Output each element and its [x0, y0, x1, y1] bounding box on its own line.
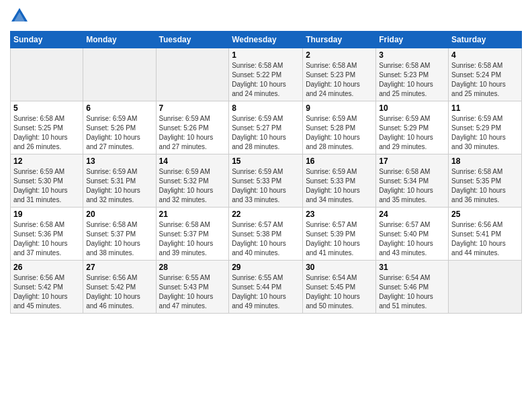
- day-number: 8: [232, 103, 300, 113]
- day-number: 22: [232, 210, 300, 219]
- calendar-cell: 21Sunrise: 6:58 AM Sunset: 5:37 PM Dayli…: [156, 208, 229, 261]
- day-number: 20: [86, 210, 152, 219]
- day-number: 25: [451, 210, 519, 219]
- day-number: 27: [86, 263, 152, 272]
- calendar-cell: 16Sunrise: 6:59 AM Sunset: 5:33 PM Dayli…: [303, 154, 376, 208]
- header-tuesday: Tuesday: [156, 32, 229, 48]
- calendar-week-3: 12Sunrise: 6:59 AM Sunset: 5:30 PM Dayli…: [11, 154, 522, 208]
- calendar-cell: 17Sunrise: 6:58 AM Sunset: 5:34 PM Dayli…: [376, 154, 449, 208]
- calendar-cell: 20Sunrise: 6:58 AM Sunset: 5:37 PM Dayli…: [83, 208, 156, 261]
- day-info: Sunrise: 6:57 AM Sunset: 5:40 PM Dayligh…: [379, 220, 445, 258]
- calendar-week-1: 1Sunrise: 6:58 AM Sunset: 5:22 PM Daylig…: [11, 48, 522, 101]
- calendar-cell: 7Sunrise: 6:59 AM Sunset: 5:26 PM Daylig…: [156, 101, 229, 154]
- day-info: Sunrise: 6:59 AM Sunset: 5:33 PM Dayligh…: [306, 167, 373, 205]
- calendar-body: 1Sunrise: 6:58 AM Sunset: 5:22 PM Daylig…: [11, 48, 522, 314]
- day-number: 30: [306, 263, 373, 272]
- calendar-week-4: 19Sunrise: 6:58 AM Sunset: 5:36 PM Dayli…: [11, 208, 522, 261]
- day-number: 17: [379, 156, 445, 166]
- day-info: Sunrise: 6:59 AM Sunset: 5:26 PM Dayligh…: [159, 114, 226, 152]
- header-wednesday: Wednesday: [229, 32, 303, 48]
- day-number: 1: [232, 50, 300, 60]
- day-info: Sunrise: 6:58 AM Sunset: 5:24 PM Dayligh…: [451, 61, 519, 99]
- day-number: 24: [379, 210, 445, 219]
- day-info: Sunrise: 6:56 AM Sunset: 5:41 PM Dayligh…: [451, 220, 519, 258]
- calendar-cell: [83, 48, 156, 101]
- calendar-cell: 25Sunrise: 6:56 AM Sunset: 5:41 PM Dayli…: [449, 208, 522, 261]
- day-number: 5: [13, 103, 80, 113]
- calendar-cell: 26Sunrise: 6:56 AM Sunset: 5:42 PM Dayli…: [11, 261, 83, 314]
- day-number: 18: [451, 156, 519, 166]
- day-number: 23: [306, 210, 373, 219]
- day-number: 11: [451, 103, 519, 113]
- calendar-cell: 1Sunrise: 6:58 AM Sunset: 5:22 PM Daylig…: [229, 48, 303, 101]
- header: [10, 7, 522, 26]
- calendar-cell: 4Sunrise: 6:58 AM Sunset: 5:24 PM Daylig…: [449, 48, 522, 101]
- header-sunday: Sunday: [11, 32, 83, 48]
- day-info: Sunrise: 6:57 AM Sunset: 5:39 PM Dayligh…: [306, 220, 373, 258]
- calendar-cell: 6Sunrise: 6:59 AM Sunset: 5:26 PM Daylig…: [83, 101, 156, 154]
- day-info: Sunrise: 6:58 AM Sunset: 5:25 PM Dayligh…: [13, 114, 80, 152]
- calendar-table: Sunday Monday Tuesday Wednesday Thursday…: [10, 31, 522, 314]
- day-info: Sunrise: 6:58 AM Sunset: 5:22 PM Dayligh…: [232, 61, 300, 99]
- day-number: 15: [232, 156, 300, 166]
- header-saturday: Saturday: [449, 32, 522, 48]
- header-monday: Monday: [83, 32, 156, 48]
- calendar-cell: 3Sunrise: 6:58 AM Sunset: 5:23 PM Daylig…: [376, 48, 449, 101]
- day-info: Sunrise: 6:58 AM Sunset: 5:23 PM Dayligh…: [306, 61, 373, 99]
- calendar-cell: 2Sunrise: 6:58 AM Sunset: 5:23 PM Daylig…: [303, 48, 376, 101]
- day-info: Sunrise: 6:57 AM Sunset: 5:38 PM Dayligh…: [232, 220, 300, 258]
- calendar-cell: 23Sunrise: 6:57 AM Sunset: 5:39 PM Dayli…: [303, 208, 376, 261]
- day-number: 14: [159, 156, 226, 166]
- day-info: Sunrise: 6:56 AM Sunset: 5:42 PM Dayligh…: [13, 273, 80, 311]
- day-info: Sunrise: 6:58 AM Sunset: 5:36 PM Dayligh…: [13, 220, 80, 258]
- calendar-cell: 22Sunrise: 6:57 AM Sunset: 5:38 PM Dayli…: [229, 208, 303, 261]
- calendar-cell: 13Sunrise: 6:59 AM Sunset: 5:31 PM Dayli…: [83, 154, 156, 208]
- calendar-cell: 10Sunrise: 6:59 AM Sunset: 5:29 PM Dayli…: [376, 101, 449, 154]
- calendar-cell: [11, 48, 83, 101]
- day-info: Sunrise: 6:59 AM Sunset: 5:33 PM Dayligh…: [232, 167, 300, 205]
- day-number: 16: [306, 156, 373, 166]
- day-number: 7: [159, 103, 226, 113]
- day-info: Sunrise: 6:58 AM Sunset: 5:35 PM Dayligh…: [451, 167, 519, 205]
- day-info: Sunrise: 6:59 AM Sunset: 5:29 PM Dayligh…: [379, 114, 445, 152]
- page-container: Sunday Monday Tuesday Wednesday Thursday…: [0, 0, 532, 320]
- calendar-cell: 19Sunrise: 6:58 AM Sunset: 5:36 PM Dayli…: [11, 208, 83, 261]
- calendar-cell: 27Sunrise: 6:56 AM Sunset: 5:42 PM Dayli…: [83, 261, 156, 314]
- day-number: 28: [159, 263, 226, 272]
- calendar-cell: 9Sunrise: 6:59 AM Sunset: 5:28 PM Daylig…: [303, 101, 376, 154]
- calendar-week-5: 26Sunrise: 6:56 AM Sunset: 5:42 PM Dayli…: [11, 261, 522, 314]
- day-number: 3: [379, 50, 445, 60]
- day-number: 9: [306, 103, 373, 113]
- calendar-cell: 11Sunrise: 6:59 AM Sunset: 5:29 PM Dayli…: [449, 101, 522, 154]
- day-number: 2: [306, 50, 373, 60]
- day-number: 13: [86, 156, 152, 166]
- day-number: 6: [86, 103, 152, 113]
- day-number: 26: [13, 263, 80, 272]
- calendar-cell: 18Sunrise: 6:58 AM Sunset: 5:35 PM Dayli…: [449, 154, 522, 208]
- calendar-cell: 12Sunrise: 6:59 AM Sunset: 5:30 PM Dayli…: [11, 154, 83, 208]
- calendar-cell: 14Sunrise: 6:59 AM Sunset: 5:32 PM Dayli…: [156, 154, 229, 208]
- day-info: Sunrise: 6:58 AM Sunset: 5:34 PM Dayligh…: [379, 167, 445, 205]
- day-info: Sunrise: 6:54 AM Sunset: 5:45 PM Dayligh…: [306, 273, 373, 311]
- day-info: Sunrise: 6:55 AM Sunset: 5:43 PM Dayligh…: [159, 273, 226, 311]
- calendar-cell: 28Sunrise: 6:55 AM Sunset: 5:43 PM Dayli…: [156, 261, 229, 314]
- calendar-cell: 31Sunrise: 6:54 AM Sunset: 5:46 PM Dayli…: [376, 261, 449, 314]
- calendar-cell: 15Sunrise: 6:59 AM Sunset: 5:33 PM Dayli…: [229, 154, 303, 208]
- day-number: 19: [13, 210, 80, 219]
- day-info: Sunrise: 6:59 AM Sunset: 5:30 PM Dayligh…: [13, 167, 80, 205]
- calendar-cell: 24Sunrise: 6:57 AM Sunset: 5:40 PM Dayli…: [376, 208, 449, 261]
- day-info: Sunrise: 6:56 AM Sunset: 5:42 PM Dayligh…: [86, 273, 152, 311]
- day-number: 10: [379, 103, 445, 113]
- calendar-cell: 29Sunrise: 6:55 AM Sunset: 5:44 PM Dayli…: [229, 261, 303, 314]
- day-info: Sunrise: 6:55 AM Sunset: 5:44 PM Dayligh…: [232, 273, 300, 311]
- day-number: 12: [13, 156, 80, 166]
- day-info: Sunrise: 6:59 AM Sunset: 5:29 PM Dayligh…: [451, 114, 519, 152]
- calendar-cell: [156, 48, 229, 101]
- calendar-cell: [449, 261, 522, 314]
- day-info: Sunrise: 6:58 AM Sunset: 5:37 PM Dayligh…: [86, 220, 152, 258]
- calendar-week-2: 5Sunrise: 6:58 AM Sunset: 5:25 PM Daylig…: [11, 101, 522, 154]
- logo-icon: [10, 7, 29, 26]
- day-number: 4: [451, 50, 519, 60]
- day-info: Sunrise: 6:59 AM Sunset: 5:31 PM Dayligh…: [86, 167, 152, 205]
- logo: [10, 7, 30, 26]
